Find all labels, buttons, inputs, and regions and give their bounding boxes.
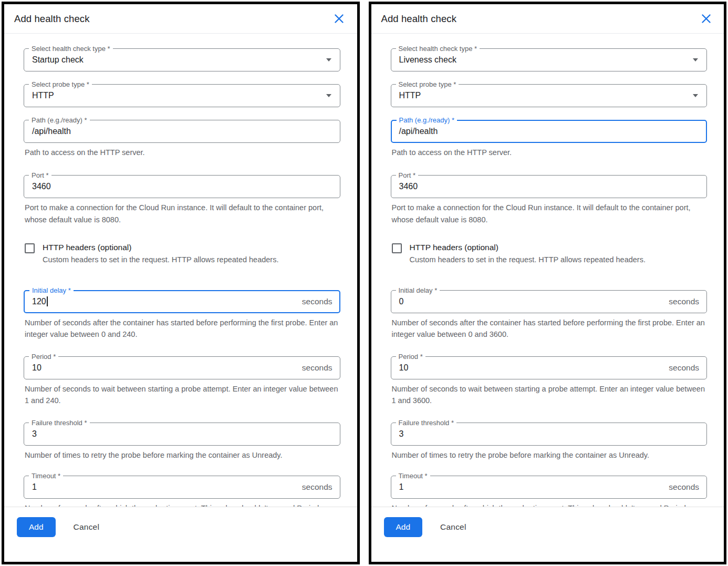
initial-delay-input[interactable]: Initial delay * 0 seconds (391, 290, 708, 313)
health-check-type-value: Liveness check (399, 55, 693, 65)
field-initial-delay: Initial delay * 0 seconds Number of seco… (391, 290, 708, 341)
port-value: 3460 (32, 182, 332, 191)
http-headers-desc: Custom headers to set in the request. HT… (43, 254, 340, 265)
port-label: Port * (29, 171, 51, 179)
field-period: Period * 10 seconds Number of seconds to… (24, 356, 340, 407)
timeout-label: Timeout * (396, 472, 430, 480)
probe-type-select[interactable]: Select probe type * HTTP (391, 84, 708, 107)
health-check-type-value: Startup check (32, 55, 326, 65)
add-health-check-dialog-liveness: Add health check Select health check typ… (369, 2, 727, 564)
http-headers-label: HTTP headers (optional) (410, 242, 708, 253)
probe-type-label: Select probe type * (396, 80, 459, 88)
field-probe-type: Select probe type * HTTP (391, 84, 708, 107)
initial-delay-label: Initial delay * (29, 286, 74, 294)
port-label: Port * (396, 171, 419, 179)
path-value: /api/health (32, 127, 332, 136)
http-headers-checkbox[interactable] (392, 243, 402, 253)
field-health-check-type: Select health check type * Liveness chec… (391, 48, 708, 71)
period-label: Period * (29, 353, 58, 361)
cancel-button[interactable]: Cancel (440, 522, 466, 532)
cancel-button[interactable]: Cancel (74, 522, 99, 532)
text-caret (47, 296, 48, 306)
dialog-body: Select health check type * Startup check… (4, 34, 357, 507)
probe-type-value: HTTP (32, 91, 326, 100)
dialog-footer: Add Cancel (4, 507, 357, 562)
field-period: Period * 10 seconds Number of seconds to… (391, 356, 708, 407)
initial-delay-input[interactable]: Initial delay * 120 seconds (24, 290, 340, 313)
period-helper: Number of seconds to wait between starti… (392, 383, 707, 407)
timeout-value: 1 (399, 482, 669, 492)
timeout-input[interactable]: Timeout * 1 seconds (24, 476, 340, 499)
health-check-type-label: Select health check type * (396, 45, 480, 53)
initial-delay-value: 0 (399, 297, 669, 306)
path-label: Path (e.g./ready) * (397, 116, 457, 124)
timeout-helper: Number of seconds after which the probe … (25, 502, 340, 507)
period-suffix: seconds (302, 363, 332, 373)
path-input[interactable]: Path (e.g./ready) * /api/health (391, 120, 708, 143)
chevron-down-icon (326, 58, 331, 61)
dialog-header: Add health check (4, 4, 357, 34)
health-check-type-select[interactable]: Select health check type * Startup check (24, 48, 340, 71)
http-headers-group: HTTP headers (optional) Custom headers t… (392, 242, 708, 264)
failure-threshold-label: Failure threshold * (396, 419, 457, 427)
timeout-suffix: seconds (669, 482, 699, 492)
probe-type-select[interactable]: Select probe type * HTTP (24, 84, 340, 107)
initial-delay-helper: Number of seconds after the container ha… (392, 317, 707, 341)
failure-threshold-value: 3 (399, 429, 700, 439)
port-value: 3460 (399, 182, 700, 191)
port-input[interactable]: Port * 3460 (391, 175, 708, 198)
period-value: 10 (32, 363, 302, 373)
dialog-footer: Add Cancel (371, 507, 724, 562)
chevron-down-icon (693, 94, 698, 97)
port-helper: Port to make a connection for the Cloud … (392, 202, 707, 225)
add-button[interactable]: Add (17, 517, 56, 537)
initial-delay-label: Initial delay * (396, 286, 440, 294)
failure-threshold-helper: Number of times to retry the probe befor… (25, 449, 340, 461)
dialog-title: Add health check (381, 13, 457, 25)
port-input[interactable]: Port * 3460 (24, 175, 340, 198)
field-health-check-type: Select health check type * Startup check (24, 48, 340, 71)
http-headers-label: HTTP headers (optional) (43, 242, 340, 253)
field-initial-delay: Initial delay * 120 seconds Number of se… (24, 290, 340, 341)
health-check-type-select[interactable]: Select health check type * Liveness chec… (391, 48, 708, 71)
timeout-value: 1 (32, 482, 302, 492)
path-input[interactable]: Path (e.g./ready) * /api/health (24, 120, 340, 143)
dialog-header: Add health check (371, 4, 724, 34)
dialog-title: Add health check (14, 13, 90, 25)
field-timeout: Timeout * 1 seconds Number of seconds af… (24, 476, 340, 507)
field-port: Port * 3460 Port to make a connection fo… (391, 175, 708, 225)
port-helper: Port to make a connection for the Cloud … (25, 202, 340, 225)
add-health-check-dialog-startup: Add health check Select health check typ… (2, 2, 360, 564)
initial-delay-helper: Number of seconds after the container ha… (25, 317, 340, 341)
field-failure-threshold: Failure threshold * 3 Number of times to… (391, 423, 708, 461)
path-label: Path (e.g./ready) * (29, 116, 90, 124)
failure-threshold-value: 3 (32, 429, 332, 439)
period-input[interactable]: Period * 10 seconds (391, 356, 708, 379)
field-path: Path (e.g./ready) * /api/health Path to … (24, 120, 340, 158)
initial-delay-value: 120 (32, 296, 302, 306)
probe-type-value: HTTP (399, 91, 693, 100)
http-headers-group: HTTP headers (optional) Custom headers t… (25, 242, 340, 264)
timeout-helper: Number of seconds after which the probe … (392, 502, 707, 507)
period-input[interactable]: Period * 10 seconds (24, 356, 340, 379)
probe-type-label: Select probe type * (29, 80, 92, 88)
add-button[interactable]: Add (384, 517, 423, 537)
path-helper: Path to access on the HTTP server. (25, 147, 340, 158)
timeout-input[interactable]: Timeout * 1 seconds (391, 476, 708, 499)
failure-threshold-helper: Number of times to retry the probe befor… (392, 449, 707, 461)
failure-threshold-input[interactable]: Failure threshold * 3 (24, 423, 340, 446)
period-label: Period * (396, 353, 425, 361)
initial-delay-suffix: seconds (302, 297, 332, 306)
field-probe-type: Select probe type * HTTP (24, 84, 340, 107)
period-helper: Number of seconds to wait between starti… (25, 383, 340, 407)
path-helper: Path to access on the HTTP server. (392, 147, 707, 158)
field-timeout: Timeout * 1 seconds Number of seconds af… (391, 476, 708, 507)
close-icon[interactable] (700, 13, 712, 25)
http-headers-checkbox[interactable] (25, 243, 35, 253)
period-suffix: seconds (669, 363, 699, 373)
failure-threshold-label: Failure threshold * (29, 419, 90, 427)
initial-delay-suffix: seconds (669, 297, 699, 306)
path-value: /api/health (399, 127, 700, 136)
close-icon[interactable] (333, 13, 346, 25)
failure-threshold-input[interactable]: Failure threshold * 3 (391, 423, 708, 446)
